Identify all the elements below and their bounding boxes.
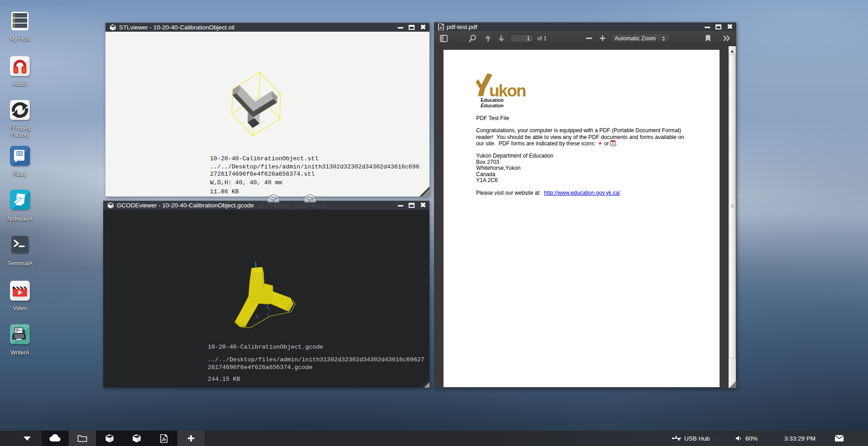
svg-text:ukon: ukon [489, 82, 526, 97]
